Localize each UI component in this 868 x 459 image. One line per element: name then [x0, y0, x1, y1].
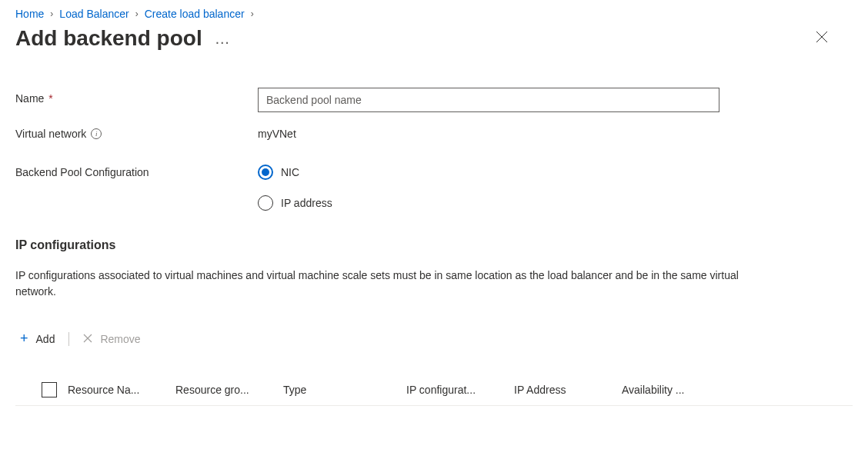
- title-row: Add backend pool …: [15, 26, 853, 51]
- form-row-name: Name *: [15, 88, 853, 112]
- col-type[interactable]: Type: [283, 384, 406, 396]
- select-all-checkbox[interactable]: [42, 382, 57, 397]
- vnet-label: Virtual network i: [15, 123, 258, 140]
- toolbar-separator: [68, 332, 69, 346]
- remove-button[interactable]: Remove: [83, 333, 140, 345]
- breadcrumb-create-load-balancer[interactable]: Create load balancer: [145, 8, 245, 20]
- page-title: Add backend pool: [15, 26, 202, 51]
- col-resource-group[interactable]: Resource gro...: [175, 384, 283, 396]
- breadcrumb: Home › Load Balancer › Create load balan…: [15, 8, 853, 20]
- required-indicator: *: [48, 92, 52, 105]
- radio-nic[interactable]: NIC: [258, 165, 332, 180]
- more-icon[interactable]: …: [215, 30, 231, 48]
- close-icon[interactable]: [810, 28, 834, 50]
- toolbar: + Add Remove: [15, 331, 853, 347]
- col-resource-name[interactable]: Resource Na...: [68, 384, 175, 396]
- breadcrumb-home[interactable]: Home: [15, 8, 44, 20]
- radio-nic-label: NIC: [281, 166, 299, 178]
- radio-ip-address[interactable]: IP address: [258, 195, 332, 211]
- chevron-right-icon: ›: [251, 8, 254, 19]
- col-checkbox: [15, 382, 68, 397]
- section-title: IP configurations: [15, 238, 853, 252]
- radio-ip-label: IP address: [281, 197, 332, 209]
- ip-config-table: Resource Na... Resource gro... Type IP c…: [15, 374, 853, 406]
- plus-icon: +: [20, 331, 28, 347]
- radio-icon: [258, 195, 273, 211]
- col-availability[interactable]: Availability ...: [622, 384, 729, 396]
- col-ip-config[interactable]: IP configurat...: [406, 384, 514, 396]
- remove-label: Remove: [100, 333, 140, 345]
- radio-icon: [258, 165, 273, 180]
- info-icon[interactable]: i: [91, 128, 102, 139]
- config-label: Backend Pool Configuration: [15, 161, 258, 178]
- add-button[interactable]: + Add: [20, 331, 55, 347]
- breadcrumb-load-balancer[interactable]: Load Balancer: [59, 8, 129, 20]
- form-row-config: Backend Pool Configuration NIC IP addres…: [15, 161, 853, 211]
- section-description: IP configurations associated to virtual …: [15, 268, 754, 300]
- config-radio-group: NIC IP address: [258, 161, 332, 211]
- name-label: Name *: [15, 88, 258, 105]
- add-label: Add: [36, 333, 55, 345]
- x-icon: [83, 333, 92, 345]
- table-header-row: Resource Na... Resource gro... Type IP c…: [15, 374, 853, 406]
- vnet-value: myVNet: [258, 123, 296, 140]
- name-input[interactable]: [258, 88, 719, 112]
- chevron-right-icon: ›: [50, 8, 53, 19]
- form-row-vnet: Virtual network i myVNet: [15, 123, 853, 140]
- col-ip-address[interactable]: IP Address: [514, 384, 622, 396]
- chevron-right-icon: ›: [135, 8, 139, 19]
